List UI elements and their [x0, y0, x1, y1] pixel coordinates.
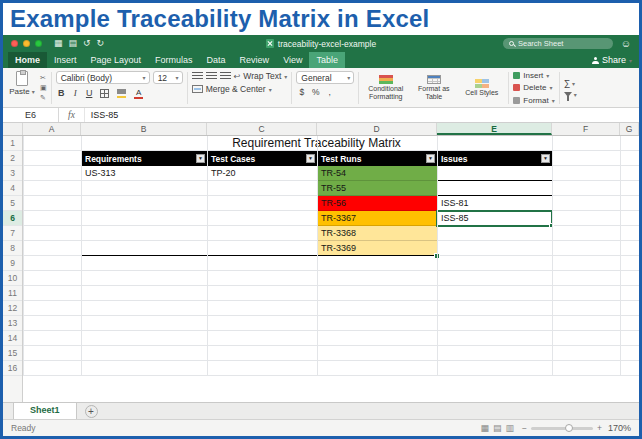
matrix-header-issues[interactable]: Issues ▼: [437, 151, 552, 166]
cell-b3-requirement[interactable]: US-313: [81, 166, 207, 181]
sheet-tab-sheet1[interactable]: Sheet1: [13, 403, 77, 419]
row-header-13[interactable]: 13: [3, 316, 22, 331]
italic-button[interactable]: I: [70, 87, 81, 100]
row-header-3[interactable]: 3: [3, 166, 22, 181]
row-header-5[interactable]: 5: [3, 196, 22, 211]
matrix-header-test-cases[interactable]: Test Cases ▼: [207, 151, 317, 166]
merge-center-button[interactable]: Merge & Center: [206, 84, 266, 94]
conditional-formatting-button[interactable]: Conditional Formatting: [363, 75, 408, 101]
bold-button[interactable]: B: [56, 87, 67, 100]
align-left-icon[interactable]: [192, 72, 203, 81]
close-button[interactable]: [11, 40, 18, 47]
cell-c3-test-case[interactable]: TP-20: [207, 166, 317, 181]
format-button[interactable]: Format ▾: [513, 96, 554, 105]
row-header-4[interactable]: 4: [3, 181, 22, 196]
insert-button[interactable]: Insert ▾: [513, 71, 554, 80]
underline-button[interactable]: U: [84, 87, 95, 100]
feedback-smiley-icon[interactable]: ☺: [621, 35, 631, 52]
currency-button[interactable]: $: [296, 87, 307, 97]
cell-d7-test-run[interactable]: TR-3368: [317, 226, 437, 241]
row-header-7[interactable]: 7: [3, 226, 22, 241]
filter-dropdown-icon[interactable]: ▼: [306, 154, 315, 163]
row-header-2[interactable]: 2: [3, 151, 22, 166]
matrix-header-test-runs[interactable]: Test Runs ▼: [317, 151, 437, 166]
zoom-slider[interactable]: [531, 427, 593, 430]
row-header-8[interactable]: 8: [3, 241, 22, 256]
zoom-out-icon[interactable]: −: [522, 423, 527, 433]
select-all-corner[interactable]: [3, 123, 23, 135]
row-header-6[interactable]: 6: [3, 211, 22, 226]
number-format-select[interactable]: General ▾: [296, 71, 354, 84]
cell-d6-test-run[interactable]: TR-3367: [317, 211, 437, 226]
ribbon-tab-insert[interactable]: Insert: [47, 52, 84, 68]
filter-dropdown-icon[interactable]: ▼: [541, 154, 550, 163]
ribbon-tab-page-layout[interactable]: Page Layout: [84, 52, 149, 68]
share-button[interactable]: Share ▾: [592, 52, 632, 68]
ribbon-tab-table[interactable]: Table: [309, 52, 345, 68]
column-header-b[interactable]: B: [81, 123, 207, 135]
row-header-10[interactable]: 10: [3, 271, 22, 286]
formula-input[interactable]: ISS-85: [84, 108, 119, 122]
cell-d4-test-run[interactable]: TR-55: [317, 181, 437, 196]
row-header-15[interactable]: 15: [3, 346, 22, 361]
fill-color-button[interactable]: [115, 89, 129, 98]
zoom-in-icon[interactable]: +: [597, 423, 602, 433]
comma-button[interactable]: ,: [324, 87, 335, 97]
row-header-11[interactable]: 11: [3, 286, 22, 301]
minimize-button[interactable]: [23, 40, 30, 47]
grid-body[interactable]: Requirement Traceability Matrix Requirem…: [3, 136, 639, 402]
align-center-icon[interactable]: [206, 72, 217, 81]
column-header-e[interactable]: E: [437, 123, 552, 135]
paste-button[interactable]: Paste ▾: [7, 71, 37, 105]
font-size-select[interactable]: 12 ▾: [153, 71, 183, 84]
ribbon-tab-formulas[interactable]: Formulas: [148, 52, 200, 68]
filter-dropdown-icon[interactable]: ▼: [196, 154, 205, 163]
row-header-16[interactable]: 16: [3, 361, 22, 376]
cell-styles-button[interactable]: Cell Styles: [459, 79, 504, 97]
cell-d8-test-run[interactable]: TR-3369: [317, 241, 437, 256]
wrap-text-button[interactable]: Wrap Text: [243, 71, 281, 81]
column-header-c[interactable]: C: [207, 123, 317, 135]
format-as-table-button[interactable]: Format as Table: [411, 75, 456, 101]
save-icon[interactable]: ▤: [69, 35, 78, 52]
font-color-button[interactable]: A: [132, 89, 146, 99]
column-header-a[interactable]: A: [23, 123, 81, 135]
page-break-view-icon[interactable]: ▥: [506, 423, 515, 433]
zoom-slider-knob[interactable]: [565, 424, 573, 432]
ribbon-tab-view[interactable]: View: [276, 52, 309, 68]
copy-icon[interactable]: ▣: [40, 84, 47, 92]
format-painter-icon[interactable]: ✎: [40, 94, 47, 102]
name-box[interactable]: E6: [3, 108, 59, 122]
fx-icon[interactable]: fx: [59, 110, 84, 120]
ribbon-tab-data[interactable]: Data: [200, 52, 233, 68]
zoom-button[interactable]: [35, 40, 42, 47]
sort-filter-button[interactable]: ▾: [564, 91, 577, 98]
align-right-icon[interactable]: [220, 72, 231, 81]
undo-icon[interactable]: ↺: [83, 35, 91, 52]
autosum-button[interactable]: ∑ ▾: [564, 78, 577, 88]
row-header-12[interactable]: 12: [3, 301, 22, 316]
row-header-1[interactable]: 1: [3, 136, 22, 151]
borders-button[interactable]: [98, 89, 112, 98]
cell-d3-test-run[interactable]: TR-54: [317, 166, 437, 181]
delete-button[interactable]: Delete ▾: [513, 83, 554, 92]
row-header-9[interactable]: 9: [3, 256, 22, 271]
row-header-14[interactable]: 14: [3, 331, 22, 346]
column-header-d[interactable]: D: [317, 123, 437, 135]
sheet-grid-icon[interactable]: ▦: [54, 35, 63, 52]
cell-e5-issue[interactable]: ISS-81: [437, 196, 552, 211]
column-header-g[interactable]: G: [620, 123, 639, 135]
normal-view-icon[interactable]: ▦: [480, 423, 489, 433]
filter-dropdown-icon[interactable]: ▼: [426, 154, 435, 163]
matrix-header-requirements[interactable]: Requirements ▼: [81, 151, 207, 166]
ribbon-tab-review[interactable]: Review: [233, 52, 277, 68]
zoom-level[interactable]: 170%: [608, 423, 631, 433]
search-input[interactable]: Search Sheet: [503, 38, 613, 49]
add-sheet-button[interactable]: +: [85, 405, 98, 418]
cut-icon[interactable]: ✂: [40, 74, 47, 82]
page-layout-view-icon[interactable]: ▤: [493, 423, 502, 433]
font-name-select[interactable]: Calibri (Body) ▾: [56, 71, 150, 84]
redo-icon[interactable]: ↻: [97, 35, 105, 52]
cell-d5-test-run[interactable]: TR-56: [317, 196, 437, 211]
column-header-f[interactable]: F: [552, 123, 620, 135]
